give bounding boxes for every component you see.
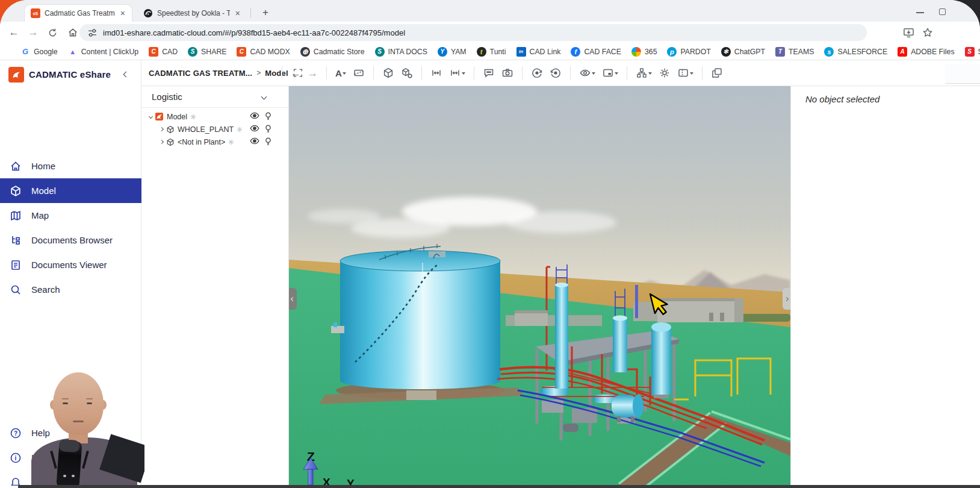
tree-item-settings-icon[interactable] xyxy=(190,114,196,120)
search-in-project-input[interactable] xyxy=(945,64,980,84)
sidebar-item-documents-viewer[interactable]: Documents Viewer xyxy=(0,252,141,277)
url-text[interactable]: imd01-eshare.cadmatic-cloud.com/#/p/938f… xyxy=(103,28,405,37)
model-viewport-3d[interactable]: Z X Y xyxy=(289,86,790,486)
visibility-button[interactable] xyxy=(579,67,595,79)
viewpoint-cube-icon[interactable] xyxy=(382,67,394,79)
expand-caret-icon[interactable] xyxy=(157,140,166,143)
sidebar-item-search[interactable]: Search xyxy=(0,277,141,302)
breadcrumb-project[interactable]: CADMATIC GAS TREATM... xyxy=(149,69,252,78)
url-bar[interactable]: imd01-eshare.cadmatic-cloud.com/#/p/938f… xyxy=(79,24,867,41)
highlight-bulb-icon[interactable] xyxy=(265,125,271,136)
view-back-icon[interactable]: ← xyxy=(291,68,301,78)
chevron-down-icon xyxy=(648,72,652,77)
view-forward-icon[interactable]: → xyxy=(308,68,318,78)
highlight-bulb-icon[interactable] xyxy=(265,112,271,123)
sidebar-item-home[interactable]: Home xyxy=(0,154,141,178)
bookmark-google[interactable]: GGoogle xyxy=(20,47,58,57)
bookmark-pardot[interactable]: pPARDOT xyxy=(667,47,710,57)
site-settings-icon[interactable] xyxy=(88,28,97,37)
home-icon[interactable] xyxy=(65,25,81,40)
window-maximize-button[interactable] xyxy=(939,8,946,15)
tree-item-settings-icon[interactable] xyxy=(228,139,234,145)
orbit-left-icon[interactable] xyxy=(531,67,543,79)
settings-gear-icon[interactable] xyxy=(659,67,671,79)
sidebar-item-map[interactable]: Map xyxy=(0,203,141,228)
eye-icon xyxy=(579,67,591,79)
chatgpt-favicon: ✻ xyxy=(721,47,731,57)
google-favicon: G xyxy=(20,47,30,57)
bookmark-shutterstock[interactable]: SShutterstock xyxy=(965,47,980,57)
app-sidebar: CADMATIC eShare Home Model Map Documents… xyxy=(0,60,141,486)
measure-options-button[interactable] xyxy=(449,67,465,79)
expand-caret-icon[interactable] xyxy=(146,115,155,118)
hierarchy-icon xyxy=(636,67,648,79)
comments-icon[interactable] xyxy=(483,67,495,79)
sidebar-collapse-icon[interactable] xyxy=(123,72,129,78)
sidebar-item-documents-browser[interactable]: Documents Browser xyxy=(0,228,141,252)
bookmark-star-icon[interactable] xyxy=(920,25,935,40)
bookmark-teams[interactable]: TTEAMS xyxy=(775,47,814,57)
tab-close-icon[interactable]: × xyxy=(234,8,242,18)
bell-icon xyxy=(10,477,22,486)
visibility-eye-icon[interactable] xyxy=(250,137,259,146)
sidebar-item-hide-help[interactable]: i Hide Help xyxy=(0,445,141,470)
visibility-eye-icon[interactable] xyxy=(250,125,259,134)
bookmark-cad[interactable]: CCAD xyxy=(149,47,178,57)
bookmark-inta-docs[interactable]: SINTA DOCS xyxy=(375,47,427,57)
sidebar-item-help[interactable]: ? Help xyxy=(0,421,141,445)
address-bar: ← → imd01-eshare.cadmatic-cloud.com/#/p/… xyxy=(0,22,980,43)
tree-row-not-in-plant[interactable]: <Not in Plant> xyxy=(141,136,289,148)
window-minimize-button[interactable] xyxy=(916,12,924,13)
bookmark-yam[interactable]: YYAM xyxy=(438,47,467,57)
highlight-bulb-icon[interactable] xyxy=(265,137,271,148)
bookmark-salesforce[interactable]: sSALESFORCE xyxy=(824,47,887,57)
expand-side-panel-tab[interactable] xyxy=(783,288,790,310)
bookmark-share[interactable]: SSHARE xyxy=(188,47,226,57)
search-icon xyxy=(10,284,22,296)
new-tab-button[interactable]: + xyxy=(258,5,273,20)
bookmark-clickup[interactable]: ▲Content | ClickUp xyxy=(68,47,138,57)
expand-caret-icon[interactable] xyxy=(157,128,166,131)
bookmark-cadmatic-store[interactable]: ⊕Cadmatic Store xyxy=(300,47,365,57)
panel-layout-button[interactable] xyxy=(602,67,618,79)
tree-row-model[interactable]: Model xyxy=(141,110,289,123)
sharepoint-favicon: S xyxy=(375,47,385,57)
bookmark-cad-modx[interactable]: CCAD MODX xyxy=(237,47,290,57)
viewport-scene: Z X Y xyxy=(289,86,790,486)
storage-tank[interactable] xyxy=(340,244,500,389)
eshare-favicon: eS xyxy=(31,8,40,18)
bookmark-tunti[interactable]: tTunti xyxy=(477,47,506,57)
documents-copy-icon[interactable] xyxy=(711,67,723,79)
install-app-icon[interactable] xyxy=(901,25,916,40)
measure-icon[interactable] xyxy=(430,67,442,79)
snapshot-camera-icon[interactable] xyxy=(501,67,513,79)
tab-close-icon[interactable]: × xyxy=(119,8,127,18)
collapse-tree-panel-tab[interactable] xyxy=(289,288,297,310)
forward-button[interactable]: → xyxy=(25,25,41,40)
sidebar-item-model[interactable]: Model xyxy=(0,178,141,203)
sidebar-item-notifications[interactable]: Notifications xyxy=(0,470,141,486)
tree-row-whole-plant[interactable]: WHOLE_PLANT xyxy=(141,123,289,136)
tree-item-settings-icon[interactable] xyxy=(237,127,243,133)
reload-icon[interactable] xyxy=(45,25,60,40)
tab-cadmatic[interactable]: eS Cadmatic Gas Treatment Plant × xyxy=(24,4,132,22)
bookmark-adobe[interactable]: AADOBE Files xyxy=(898,47,954,57)
model-grouping-button[interactable] xyxy=(636,67,652,79)
salesforce-favicon: s xyxy=(824,47,834,57)
bookmark-chatgpt[interactable]: ✻ChatGPT xyxy=(721,47,765,57)
tab-speedtest[interactable]: Speedtest by Ookla - The Glob × xyxy=(137,4,247,22)
bookmark-cad-face[interactable]: fCAD FACE xyxy=(571,47,621,57)
tab-divider xyxy=(250,8,251,18)
model-group-select[interactable]: Logistic xyxy=(141,86,289,108)
clip-section-icon[interactable] xyxy=(353,67,365,79)
bookmark-365[interactable]: 365 xyxy=(631,47,657,57)
orbit-right-icon[interactable] xyxy=(550,67,562,79)
back-button[interactable]: ← xyxy=(6,25,22,40)
visibility-eye-icon[interactable] xyxy=(250,112,259,121)
bookmark-cad-link[interactable]: inCAD Link xyxy=(516,47,561,57)
home-icon xyxy=(10,160,22,172)
model-toolbar: ← → A xyxy=(280,60,723,86)
split-view-button[interactable] xyxy=(677,67,693,79)
model-options-icon[interactable] xyxy=(401,67,413,79)
annotations-button[interactable]: A xyxy=(335,68,346,78)
